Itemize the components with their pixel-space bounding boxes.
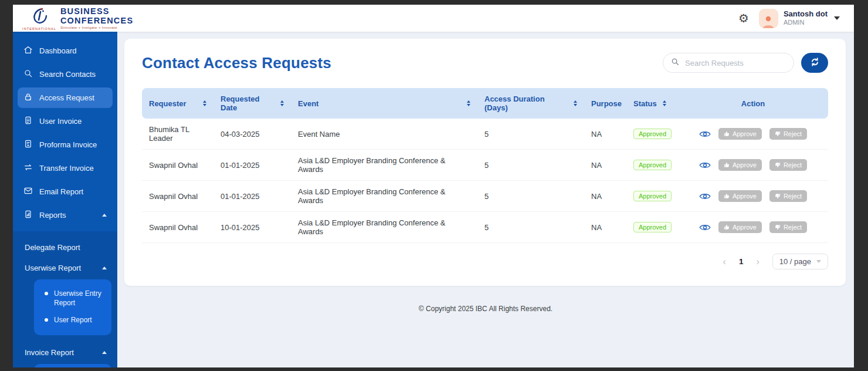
- cell-requester: Swapnil Ovhal: [142, 150, 213, 181]
- pagination-next-button[interactable]: ›: [755, 257, 760, 267]
- sidebar-item-user-report[interactable]: User Report: [38, 312, 108, 329]
- sidebar-item-dashboard[interactable]: Dashboard: [18, 41, 113, 61]
- approve-button[interactable]: Approve: [718, 128, 762, 140]
- user-menu[interactable]: Santosh dot ADMIN: [759, 9, 840, 28]
- chevron-up-icon: [102, 267, 107, 269]
- thumbs-down-icon: [775, 131, 781, 137]
- logo-swoosh-icon: [29, 6, 49, 28]
- sidebar-item-invoice-report[interactable]: Invoice Report: [13, 342, 117, 363]
- cell-requester: Swapnil Ovhal: [142, 212, 213, 243]
- cell-purpose: NA: [584, 181, 626, 212]
- sort-icon[interactable]: [574, 100, 577, 106]
- status-badge: Approved: [633, 222, 672, 232]
- column-header-action: Action: [678, 88, 828, 119]
- sidebar-item-reports[interactable]: Reports: [18, 205, 113, 225]
- user-menu-caret-icon[interactable]: [834, 16, 840, 20]
- column-header-requester[interactable]: Requester: [142, 88, 213, 119]
- cell-action: Approve Reject: [678, 119, 828, 150]
- approve-button[interactable]: Approve: [718, 159, 762, 171]
- sort-icon[interactable]: [663, 100, 666, 106]
- thumbs-up-icon: [724, 162, 730, 168]
- reject-button[interactable]: Reject: [769, 128, 807, 140]
- sidebar-item-proforma-invoice[interactable]: Proforma Invoice: [18, 134, 113, 155]
- cell-requester: Swapnil Ovhal: [142, 181, 213, 212]
- lock-icon: [23, 92, 33, 103]
- approve-button[interactable]: Approve: [718, 190, 762, 202]
- view-button[interactable]: [699, 223, 711, 232]
- userwise-report-panel: Userwise Entry Report User Report: [34, 279, 111, 335]
- sidebar-item-userwise-entry-report[interactable]: Userwise Entry Report: [38, 285, 108, 312]
- sidebar-item-label: Dashboard: [39, 46, 77, 55]
- sidebar-item-user-invoice[interactable]: User Invoice: [18, 111, 113, 131]
- cell-purpose: NA: [584, 119, 626, 150]
- cell-action: Approve Reject: [678, 212, 828, 243]
- thumbs-down-icon: [775, 193, 781, 199]
- search-box: [663, 53, 794, 73]
- cell-event: Asia L&D Employer Branding Conference & …: [291, 181, 477, 212]
- sidebar-item-search-contacts[interactable]: Search Contacts: [18, 64, 113, 85]
- table-row: Bhumika TL Leader 04-03-2025 Event Name …: [142, 119, 828, 150]
- sidebar-item-email-report[interactable]: Email Report: [18, 181, 113, 202]
- user-name: Santosh dot: [784, 10, 828, 19]
- pagination-current-page[interactable]: 1: [739, 257, 744, 266]
- sidebar-item-label: Userwise Entry Report: [54, 289, 107, 308]
- chevron-up-icon: [102, 214, 107, 217]
- search-icon: [23, 69, 33, 80]
- sidebar-item-label: User Invoice: [39, 117, 82, 126]
- sidebar-item-transfer-invoice[interactable]: Transfer Invoice: [18, 158, 113, 178]
- sort-icon[interactable]: [467, 100, 470, 106]
- page-title: Contact Access Requests: [142, 54, 331, 72]
- approve-button[interactable]: Approve: [718, 221, 762, 233]
- cell-event: Asia L&D Employer Branding Conference & …: [291, 150, 477, 181]
- cell-status: Approved: [626, 119, 678, 150]
- sidebar-item-label: Access Request: [39, 93, 94, 102]
- reject-button[interactable]: Reject: [769, 159, 807, 171]
- copyright-text: © Copyright 2025 IBC All Rights Reserved…: [117, 305, 854, 313]
- sidebar-item-label: Transfer Invoice: [39, 164, 94, 173]
- bullet-icon: [45, 292, 48, 295]
- cell-status: Approved: [626, 150, 678, 181]
- reject-button[interactable]: Reject: [769, 221, 807, 233]
- search-icon: [671, 58, 679, 68]
- logo-tagline: Stimulate + Instigate + Innovate: [60, 26, 133, 29]
- status-badge: Approved: [633, 129, 672, 139]
- view-button[interactable]: [699, 161, 711, 170]
- table-header-row: Requester Requested Date Event: [142, 88, 828, 119]
- logo-line1: BUSINESS: [60, 7, 133, 16]
- refresh-button[interactable]: [801, 53, 828, 73]
- status-badge: Approved: [633, 191, 672, 201]
- cell-duration: 5: [477, 150, 584, 181]
- cell-action: Approve Reject: [678, 150, 828, 181]
- cell-purpose: NA: [584, 212, 626, 243]
- sidebar-item-label: Search Contacts: [39, 70, 96, 79]
- cell-event: Event Name: [291, 119, 477, 150]
- logo: INTERNATIONAL BUSINESS CONFERENCES Stimu…: [22, 6, 133, 31]
- column-header-event[interactable]: Event: [291, 88, 477, 119]
- page-size-select[interactable]: 10 / page: [772, 254, 828, 269]
- settings-gear-icon[interactable]: ⚙: [737, 11, 750, 25]
- cell-event: Asia L&D Employer Branding Conference & …: [291, 212, 477, 243]
- cell-requester: Bhumika TL Leader: [142, 119, 213, 150]
- search-input[interactable]: [684, 58, 786, 68]
- cell-requested-date: 10-01-2025: [213, 212, 291, 243]
- sort-icon[interactable]: [203, 100, 206, 106]
- sidebar-item-label: Reports: [39, 211, 66, 220]
- column-header-duration[interactable]: Access Duration (Days): [477, 88, 584, 119]
- thumbs-up-icon: [724, 131, 730, 137]
- sidebar-item-delegate-report[interactable]: Delegate Report: [13, 237, 117, 258]
- cell-status: Approved: [626, 212, 678, 243]
- pagination-prev-button[interactable]: ‹: [722, 257, 727, 267]
- column-header-status[interactable]: Status: [626, 88, 678, 119]
- view-button[interactable]: [699, 192, 711, 201]
- thumbs-down-icon: [775, 224, 781, 230]
- sidebar-item-access-request[interactable]: Access Request: [18, 87, 113, 108]
- report-icon: [23, 210, 33, 221]
- column-header-purpose: Purpose: [584, 88, 626, 119]
- reject-button[interactable]: Reject: [769, 190, 807, 202]
- sidebar: Dashboard Search Contacts Access Request…: [13, 32, 117, 367]
- sort-icon[interactable]: [280, 100, 284, 106]
- sidebar-item-userwise-report[interactable]: Userwise Report: [13, 258, 117, 278]
- thumbs-up-icon: [724, 193, 730, 199]
- view-button[interactable]: [699, 130, 711, 139]
- column-header-requested-date[interactable]: Requested Date: [213, 88, 291, 119]
